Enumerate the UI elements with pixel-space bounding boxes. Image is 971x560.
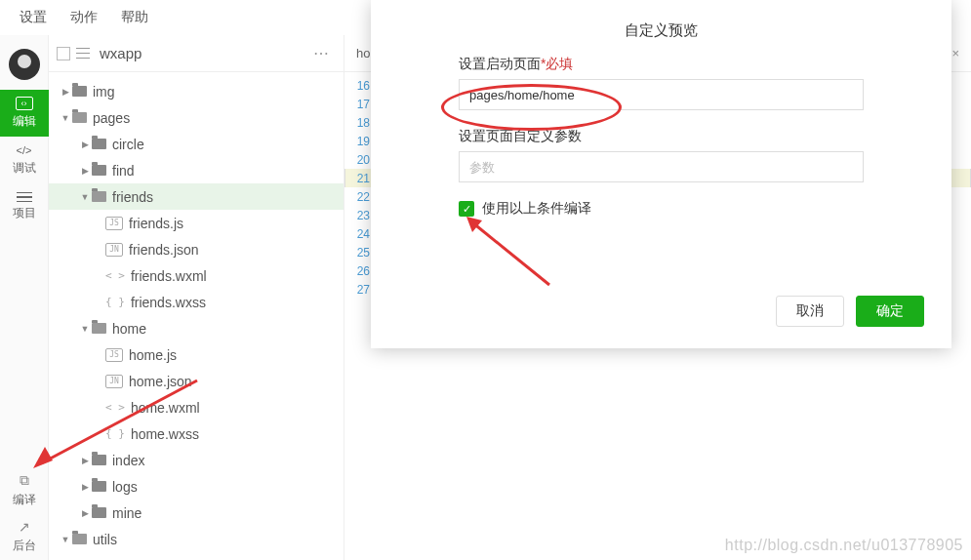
folder-icon [92,191,106,202]
confirm-button[interactable]: 确定 [856,296,924,327]
checkbox-checked-icon: ✓ [459,201,474,217]
tree-file[interactable]: < >home.wxml [49,394,344,420]
tree-icon[interactable] [76,47,90,60]
dialog-title: 自定义预览 [371,0,951,56]
file-header: wxapp ⋯ [49,35,344,72]
params-label: 设置页面自定义参数 [459,128,864,145]
watermark: http://blog.csdn.net/u013778905 [725,537,963,554]
sidebar-debug[interactable]: 调试 [0,137,49,183]
tree-folder-circle[interactable]: ▶circle [49,131,344,157]
start-page-input[interactable] [459,79,864,110]
sidebar-label: 调试 [13,160,36,177]
start-page-label: 设置启动页面*必填 [459,56,864,73]
folder-icon [92,481,106,492]
folder-icon [92,139,106,149]
tree-folder-friends[interactable]: ▼friends [49,183,344,210]
tree-folder-pages[interactable]: ▼pages [49,104,344,131]
square-icon[interactable] [57,47,70,60]
js-icon: JS [105,348,123,362]
tree-file[interactable]: { }home.wxss [49,420,344,447]
tree-file[interactable]: JShome.js [49,341,344,368]
tree-folder-home[interactable]: ▼home [49,315,344,341]
tree-folder-mine[interactable]: ▶mine [49,500,344,526]
sidebar-compile[interactable]: ⧉ 编译 [0,466,49,513]
tree-file[interactable]: JSfriends.js [49,210,344,236]
tree-file[interactable]: JNfriends.json [49,236,344,262]
tree-folder-img[interactable]: ▶img [49,78,344,104]
tree-file[interactable]: < >friends.wxml [49,262,344,289]
wxml-icon: < > [105,269,125,282]
more-icon[interactable]: ⋯ [307,44,336,62]
menu-settings[interactable]: 设置 [20,9,47,26]
tab-name: ho [356,46,370,60]
compile-icon: ⧉ [20,472,29,489]
folder-icon [72,534,87,544]
custom-preview-dialog: 自定义预览 设置启动页面*必填 设置页面自定义参数 ✓ 使用以上条件编译 取消 … [371,0,951,348]
wxml-icon: < > [105,401,125,414]
tree-folder-find[interactable]: ▶find [49,157,344,183]
folder-icon [92,323,106,334]
file-panel: wxapp ⋯ ▶img ▼pages ▶circle ▶find ▼frien… [49,35,344,560]
lines-icon [17,192,32,203]
js-icon: JS [105,217,123,230]
folder-icon [92,455,106,465]
params-input[interactable] [459,151,864,182]
folder-icon [72,112,87,123]
close-icon[interactable]: × [951,46,959,60]
json-icon: JN [105,243,123,257]
left-sidebar: ‹› 编辑 调试 项目 ⧉ 编译 ↗ 后台 [0,35,49,560]
json-icon: JN [105,375,123,388]
tree-folder-utils[interactable]: ▼utils [49,526,344,552]
menu-actions[interactable]: 动作 [70,9,98,26]
backend-icon: ↗ [19,519,30,535]
debug-icon [17,143,32,157]
file-tree: ▶img ▼pages ▶circle ▶find ▼friends JSfri… [49,72,344,560]
wxss-icon: { } [105,296,125,308]
compile-checkbox-row[interactable]: ✓ 使用以上条件编译 [459,200,864,218]
wxss-icon: { } [105,427,125,440]
project-name: wxapp [96,45,302,61]
checkbox-label: 使用以上条件编译 [482,200,591,218]
sidebar-backend[interactable]: ↗ 后台 [0,513,49,560]
tree-folder-index[interactable]: ▶index [49,447,344,473]
sidebar-edit[interactable]: ‹› 编辑 [0,90,49,137]
sidebar-label: 编辑 [13,113,36,130]
menu-help[interactable]: 帮助 [121,9,148,26]
sidebar-label: 编译 [13,492,36,508]
code-icon: ‹› [16,97,33,110]
cancel-button[interactable]: 取消 [776,296,844,327]
tree-file[interactable]: JNhome.json [49,368,344,394]
folder-icon [72,86,87,97]
tree-folder-logs[interactable]: ▶logs [49,473,344,500]
sidebar-label: 项目 [13,205,36,221]
tree-file[interactable]: { }friends.wxss [49,289,344,315]
folder-icon [92,507,106,518]
sidebar-project[interactable]: 项目 [0,183,49,230]
avatar[interactable] [9,49,40,80]
folder-icon [92,165,106,176]
sidebar-label: 后台 [13,538,36,554]
